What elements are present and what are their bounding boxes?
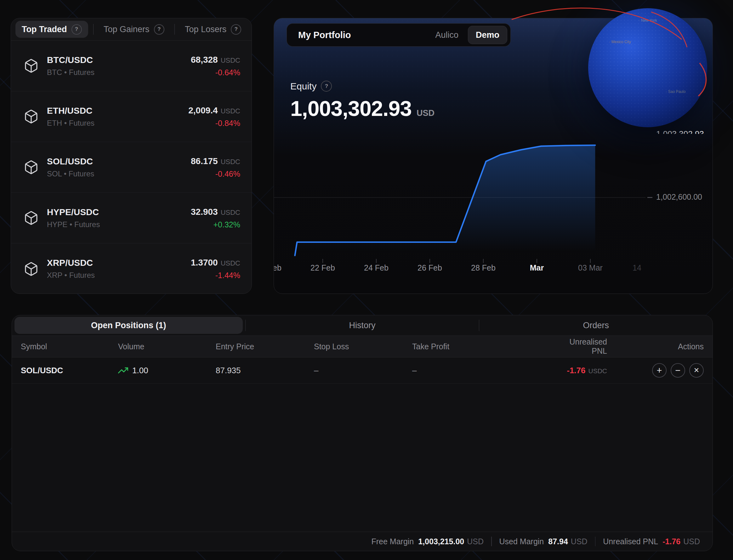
- position-symbol: SOL/USDC: [21, 366, 118, 375]
- increase-position-button[interactable]: +: [652, 363, 667, 378]
- unrealised-pnl-value: -1.76: [662, 537, 680, 546]
- pair-subtitle: HYPE • Futures: [47, 220, 100, 229]
- pnl-unit: USDC: [588, 367, 607, 374]
- globe-visualization: New York Mexico City Sao Paulo: [588, 8, 707, 127]
- decrease-position-button[interactable]: −: [671, 363, 685, 378]
- globe-city-label: Sao Paulo: [666, 89, 685, 94]
- used-margin-label: Used Margin: [499, 537, 544, 546]
- cube-icon: [24, 261, 39, 277]
- positions-table-header: Symbol Volume Entry Price Stop Loss Take…: [12, 335, 713, 357]
- pair-name: HYPE/USDC: [47, 207, 100, 217]
- y-axis-gridline-label: 1,002,600.00: [656, 192, 702, 202]
- watchlist-tab-bar: Top Traded ? Top Gainers ? Top Losers ?: [11, 18, 252, 41]
- tab-top-traded-label: Top Traded: [22, 25, 67, 34]
- globe-city-label: New York: [638, 18, 657, 23]
- watchlist-row[interactable]: BTC/USDC BTC • Futures 68,328USDC -0.64%: [11, 41, 252, 91]
- x-axis-label: 20 Feb: [274, 263, 282, 272]
- position-row[interactable]: SOL/USDC 1.00 87.935 – – -1.76USDC + − ✕: [12, 357, 713, 384]
- tab-top-traded[interactable]: Top Traded ?: [15, 21, 88, 38]
- account-switcher: Aulico Demo: [427, 26, 507, 44]
- pair-price-unit: USDC: [221, 107, 240, 115]
- watchlist-row[interactable]: ETH/USDC ETH • Futures 2,009.4USDC -0.84…: [11, 91, 252, 142]
- help-icon[interactable]: ?: [154, 24, 164, 35]
- close-position-button[interactable]: ✕: [689, 363, 704, 378]
- tab-open-positions-pill[interactable]: Open Positions (1): [14, 317, 243, 334]
- last-value-label-clipped: 1,003,302.93: [656, 129, 704, 134]
- cube-icon: [24, 109, 39, 124]
- pair-price-unit: USDC: [221, 209, 240, 216]
- free-margin-label: Free Margin: [371, 537, 414, 546]
- watchlist-row[interactable]: SOL/USDC SOL • Futures 86.175USDC -0.46%: [11, 142, 252, 193]
- positions-empty-space: [12, 384, 713, 532]
- equity-block: Equity ? 1,003,302.93 USD: [290, 81, 434, 121]
- x-axis-label: 14: [633, 263, 641, 272]
- pair-price-unit: USDC: [221, 259, 240, 267]
- pair-name: ETH/USDC: [47, 106, 95, 116]
- col-volume: Volume: [118, 342, 216, 351]
- pair-change-percent: -0.46%: [215, 169, 240, 179]
- tab-top-losers[interactable]: Top Losers ?: [180, 24, 246, 35]
- position-entry-price: 87.935: [216, 366, 314, 375]
- pair-price-unit: USDC: [221, 56, 240, 64]
- cube-icon: [24, 160, 39, 175]
- pair-name: XRP/USDC: [47, 258, 95, 268]
- help-icon[interactable]: ?: [231, 24, 241, 35]
- position-unrealised-pnl: -1.76USDC: [567, 366, 607, 375]
- account-tab-demo[interactable]: Demo: [468, 26, 507, 44]
- free-margin-stat: Free Margin 1,003,215.00 USD: [371, 537, 484, 546]
- watchlist-card: Top Traded ? Top Gainers ? Top Losers ?: [11, 18, 252, 294]
- stat-divider: [595, 537, 596, 546]
- used-margin-stat: Used Margin 87.94 USD: [499, 537, 587, 546]
- used-margin-unit: USD: [571, 537, 587, 546]
- col-stop-loss: Stop Loss: [314, 342, 412, 351]
- position-volume: 1.00: [118, 365, 216, 375]
- tab-history[interactable]: History: [246, 315, 479, 335]
- cube-icon: [24, 210, 39, 226]
- col-entry-price: Entry Price: [216, 342, 314, 351]
- col-symbol: Symbol: [21, 342, 118, 351]
- account-tab-aulico[interactable]: Aulico: [427, 30, 466, 40]
- pair-subtitle: ETH • Futures: [47, 119, 95, 128]
- pair-price: 32.903: [191, 207, 218, 217]
- position-stop-loss: –: [314, 366, 412, 375]
- tab-divider: [175, 24, 175, 35]
- x-axis-label: 03 Mar: [578, 263, 603, 272]
- positions-card: Open Positions (1) History Orders Symbol…: [12, 315, 713, 551]
- position-volume-value: 1.00: [132, 366, 148, 375]
- tab-top-gainers-label: Top Gainers: [104, 25, 150, 34]
- pair-subtitle: XRP • Futures: [47, 271, 95, 280]
- watchlist-row[interactable]: XRP/USDC XRP • Futures 1.3700USDC -1.44%: [11, 243, 252, 294]
- trading-dashboard: Top Traded ? Top Gainers ? Top Losers ?: [0, 0, 733, 560]
- used-margin-value: 87.94: [548, 537, 568, 546]
- margin-summary-bar: Free Margin 1,003,215.00 USD Used Margin…: [12, 532, 713, 551]
- free-margin-value: 1,003,215.00: [418, 537, 464, 546]
- unrealised-pnl-unit: USD: [683, 537, 700, 546]
- pair-price: 86.175: [191, 156, 218, 166]
- pair-subtitle: BTC • Futures: [47, 68, 95, 77]
- pair-change-percent: -0.84%: [215, 119, 240, 128]
- pair-change-percent: -0.64%: [215, 68, 240, 77]
- x-axis-label: 22 Feb: [311, 263, 335, 272]
- free-margin-unit: USD: [467, 537, 484, 546]
- tab-orders[interactable]: Orders: [479, 315, 713, 335]
- col-actions: Actions: [678, 342, 704, 351]
- pair-price: 68,328: [191, 55, 218, 65]
- tab-open-positions[interactable]: Open Positions (1): [12, 315, 245, 335]
- equity-help-icon[interactable]: ?: [321, 81, 332, 92]
- pair-price: 2,009.4: [188, 106, 218, 115]
- unrealised-pnl-stat: Unrealised PNL -1.76 USD: [603, 537, 700, 546]
- position-actions: + − ✕: [607, 363, 704, 378]
- position-take-profit: –: [412, 366, 554, 375]
- tab-top-gainers[interactable]: Top Gainers ?: [99, 24, 169, 35]
- pair-name: BTC/USDC: [47, 55, 95, 65]
- stat-divider: [491, 537, 492, 546]
- help-icon[interactable]: ?: [72, 24, 82, 35]
- globe-city-label: Mexico City: [609, 40, 631, 44]
- watchlist-row[interactable]: HYPE/USDC HYPE • Futures 32.903USDC +0.3…: [11, 193, 252, 243]
- pair-name: SOL/USDC: [47, 157, 94, 167]
- pair-change-percent: -1.44%: [215, 271, 240, 280]
- trending-up-icon: [118, 365, 128, 375]
- cube-icon: [24, 58, 39, 73]
- positions-tab-bar: Open Positions (1) History Orders: [12, 315, 713, 335]
- tab-divider: [93, 24, 94, 35]
